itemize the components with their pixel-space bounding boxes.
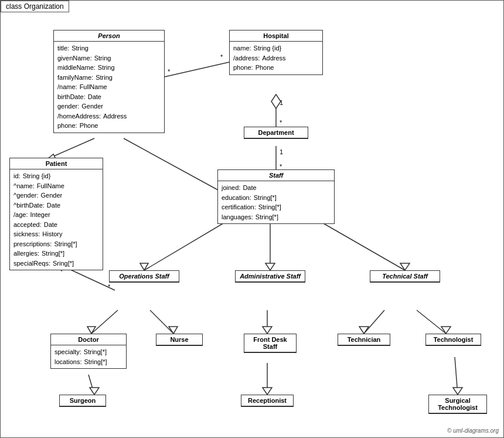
class-surgical-technologist: Surgical Technologist <box>428 395 487 414</box>
class-surgical-technologist-name: Surgical Technologist <box>429 395 486 413</box>
svg-marker-23 <box>169 327 178 334</box>
svg-line-34 <box>455 357 458 395</box>
svg-line-12 <box>124 138 223 193</box>
class-technical-staff-name: Technical Staff <box>370 271 440 282</box>
class-technologist: Technologist <box>425 334 481 346</box>
class-doctor: Doctor specialty:String[*] locations:Str… <box>50 334 127 369</box>
svg-text:1: 1 <box>280 99 283 106</box>
class-operations-staff-name: Operations Staff <box>110 271 179 282</box>
svg-text:*: * <box>108 283 111 290</box>
class-nurse-name: Nurse <box>156 334 202 345</box>
class-operations-staff: Operations Staff <box>109 270 179 283</box>
class-front-desk-staff-name: Front Desk Staff <box>244 334 296 352</box>
svg-line-0 <box>165 62 229 77</box>
svg-line-26 <box>364 310 384 334</box>
svg-marker-21 <box>87 327 96 334</box>
class-patient: Patient id:String {id} ^name:FullName ^g… <box>9 158 103 270</box>
class-person-attrs: title:String givenName:String middleName… <box>54 42 164 133</box>
svg-line-30 <box>88 375 94 395</box>
diagram-title: class Organization <box>1 1 69 12</box>
svg-marker-33 <box>263 388 272 395</box>
class-technical-staff: Technical Staff <box>370 270 440 283</box>
class-technologist-name: Technologist <box>426 334 481 345</box>
class-hospital-attrs: name:String {id} /address:Address phone:… <box>230 42 322 74</box>
class-receptionist: Receptionist <box>241 395 294 407</box>
class-doctor-name: Doctor <box>51 334 126 345</box>
class-front-desk-staff: Front Desk Staff <box>244 334 297 353</box>
svg-marker-4 <box>271 94 281 108</box>
class-receptionist-name: Receptionist <box>241 395 293 406</box>
svg-line-10 <box>47 138 94 159</box>
class-nurse: Nurse <box>156 334 203 346</box>
class-hospital-name: Hospital <box>230 30 322 42</box>
svg-marker-35 <box>453 388 462 395</box>
svg-marker-19 <box>400 263 410 270</box>
class-surgeon-name: Surgeon <box>60 395 105 406</box>
class-department: Department <box>244 127 308 139</box>
svg-line-22 <box>150 310 173 334</box>
svg-marker-15 <box>140 263 148 270</box>
class-administrative-staff-name: Administrative Staff <box>236 271 305 282</box>
class-doctor-attrs: specialty:String[*] locations:String[*] <box>51 345 126 368</box>
svg-text:*: * <box>220 53 223 60</box>
svg-marker-27 <box>359 327 369 334</box>
class-patient-name: Patient <box>10 158 103 169</box>
svg-line-18 <box>311 216 405 270</box>
svg-line-20 <box>91 310 118 334</box>
svg-marker-25 <box>263 327 272 334</box>
class-patient-attrs: id:String {id} ^name:FullName ^gender:Ge… <box>10 169 103 270</box>
class-staff-name: Staff <box>218 170 334 181</box>
class-hospital: Hospital name:String {id} /address:Addre… <box>229 30 323 75</box>
class-surgeon: Surgeon <box>59 395 106 407</box>
svg-line-28 <box>417 310 446 334</box>
svg-text:*: * <box>168 68 171 75</box>
class-person-name: Person <box>54 30 164 42</box>
class-administrative-staff: Administrative Staff <box>235 270 305 283</box>
diagram-container: class Organization * * 1 * 1 * <box>0 0 504 438</box>
svg-marker-17 <box>265 263 275 270</box>
copyright: © uml-diagrams.org <box>447 427 499 434</box>
svg-text:*: * <box>280 119 282 126</box>
class-department-name: Department <box>244 127 308 138</box>
svg-marker-31 <box>90 388 99 395</box>
class-staff: Staff joined:Date education:String[*] ce… <box>217 169 335 224</box>
svg-marker-29 <box>441 327 451 334</box>
class-technician-name: Technician <box>338 334 390 345</box>
class-person: Person title:String givenName:String mid… <box>53 30 165 133</box>
svg-line-14 <box>144 216 235 270</box>
class-technician: Technician <box>338 334 390 346</box>
svg-text:1: 1 <box>280 148 283 155</box>
class-staff-attrs: joined:Date education:String[*] certific… <box>218 181 334 223</box>
